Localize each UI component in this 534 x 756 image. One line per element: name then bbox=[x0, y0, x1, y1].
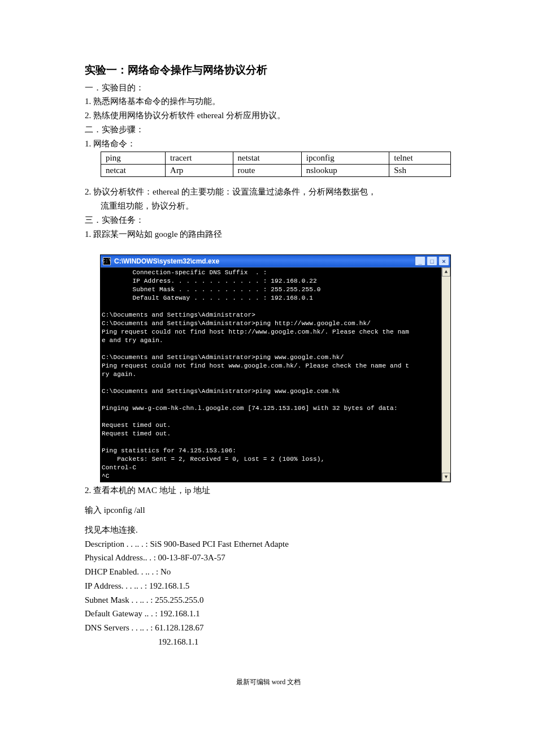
ipconfig-dns-1: DNS Servers . . .. . : 61.128.128.67 bbox=[85, 621, 452, 635]
ipconfig-dhcp: DHCP Enabled. . .. . : No bbox=[85, 565, 452, 579]
table-row: netcat Arp route nslookup Ssh bbox=[101, 165, 451, 177]
cmd-cell: ping bbox=[101, 152, 166, 165]
cmd-cell: nslookup bbox=[301, 165, 389, 177]
section-1-item-1: 1. 熟悉网络基本命令的操作与功能。 bbox=[85, 94, 452, 109]
task-2-find-local: 找见本地连接. bbox=[85, 523, 452, 537]
section-3-heading: 三．实验任务： bbox=[85, 213, 452, 227]
scroll-track[interactable] bbox=[442, 277, 450, 473]
cmd-window: C:\ C:\WINDOWS\system32\cmd.exe _ □ × Co… bbox=[100, 254, 451, 482]
section-2-heading: 二．实验步骤： bbox=[85, 123, 452, 137]
ipconfig-default-gateway: Default Gateway .. . : 192.168.1.1 bbox=[85, 607, 452, 621]
cmd-window-icon: C:\ bbox=[103, 257, 111, 265]
section-2-item-1: 1. 网络命令： bbox=[85, 137, 452, 151]
cmd-cell: netstat bbox=[233, 152, 301, 165]
table-row: ping tracert netstat ipconfig telnet bbox=[101, 152, 451, 165]
section-2-item-2-line-1: 2. 协议分析软件：ethereal 的主要功能：设置流量过滤条件，分析网络数据… bbox=[85, 185, 452, 199]
page-footer: 最新可编辑 word 文档 bbox=[85, 677, 452, 687]
section-3-task-1: 1. 跟踪某一网站如 google 的路由路径 bbox=[85, 227, 452, 241]
cmd-window-title: C:\WINDOWS\system32\cmd.exe bbox=[113, 257, 415, 265]
ipconfig-ip-address: IP Address. . . .. . : 192.168.1.5 bbox=[85, 579, 452, 593]
minimize-button[interactable]: _ bbox=[415, 256, 426, 266]
cmd-cell: tracert bbox=[166, 152, 233, 165]
footer-text-c: 文档 bbox=[287, 678, 301, 686]
close-button[interactable]: × bbox=[439, 256, 449, 266]
section-2-item-2-line-2: 流重组功能，协议分析。 bbox=[85, 199, 452, 213]
cmd-cell: telnet bbox=[389, 152, 451, 165]
cmd-window-titlebar: C:\ C:\WINDOWS\system32\cmd.exe _ □ × bbox=[101, 255, 450, 267]
cmd-cell: ipconfig bbox=[301, 152, 389, 165]
section-1-item-2: 2. 熟练使用网络协议分析软件 ethereal 分析应用协议。 bbox=[85, 109, 452, 123]
cmd-window-body: Connection-specific DNS Suffix . : IP Ad… bbox=[101, 267, 441, 482]
section-3-task-2: 2. 查看本机的 MAC 地址，ip 地址 bbox=[85, 483, 452, 498]
ipconfig-dns-2: 192.168.1.1 bbox=[85, 635, 452, 649]
page-title: 实验一：网络命令操作与网络协议分析 bbox=[85, 62, 452, 79]
network-commands-table: ping tracert netstat ipconfig telnet net… bbox=[101, 152, 451, 177]
cmd-cell: route bbox=[233, 165, 301, 177]
cmd-cell: netcat bbox=[101, 165, 166, 177]
scroll-down-button[interactable]: ▼ bbox=[442, 473, 450, 482]
footer-text-a: 最新可编辑 bbox=[236, 678, 272, 686]
scroll-up-button[interactable]: ▲ bbox=[442, 267, 450, 277]
ipconfig-physical-address: Physical Address.. . : 00-13-8F-07-3A-57 bbox=[85, 551, 452, 565]
cmd-cell: Arp bbox=[166, 165, 233, 177]
section-1-heading: 一．实验目的： bbox=[85, 81, 452, 95]
footer-text-b: word bbox=[272, 678, 288, 686]
ipconfig-subnet-mask: Subnet Mask . . .. . : 255.255.255.0 bbox=[85, 593, 452, 607]
cmd-cell: Ssh bbox=[389, 165, 451, 177]
maximize-button[interactable]: □ bbox=[427, 256, 437, 266]
cmd-window-scrollbar[interactable]: ▲ ▼ bbox=[441, 267, 450, 482]
task-2-command: 输入 ipconfig /all bbox=[85, 503, 452, 517]
ipconfig-description: Description . . .. . : SiS 900-Based PCI… bbox=[85, 537, 452, 551]
